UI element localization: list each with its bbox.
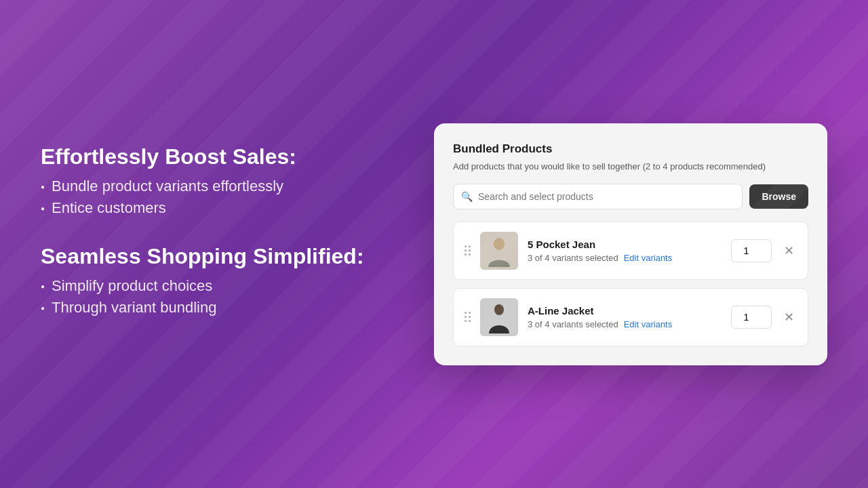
svg-point-1	[494, 238, 505, 250]
search-wrapper: 🔍	[453, 184, 743, 209]
bullet-4: Through variant bundling	[41, 299, 393, 317]
bullet-3: Simplify product choices	[41, 277, 393, 295]
drag-dot	[465, 253, 467, 256]
product-name-1: 5 Pocket Jean	[528, 239, 722, 250]
page-layout: Effortlessly Boost Sales: Bundle product…	[0, 0, 868, 488]
right-content: Bundled Products Add products that you w…	[434, 123, 827, 365]
drag-dot	[465, 245, 467, 247]
product-image-2	[480, 298, 518, 336]
edit-variants-link-1[interactable]: Edit variants	[624, 253, 673, 263]
drag-handle-1[interactable]	[465, 245, 471, 256]
card-description: Add products that you would like to sell…	[453, 161, 808, 171]
section1-heading: Effortlessly Boost Sales:	[41, 144, 393, 169]
drag-dot	[469, 253, 471, 256]
edit-variants-link-2[interactable]: Edit variants	[624, 319, 673, 329]
product-info-1: 5 Pocket Jean 3 of 4 variants selected E…	[528, 239, 722, 263]
drag-dot	[469, 312, 471, 314]
bullet-1: Bundle product variants effortlessly	[41, 178, 393, 195]
section1-bullets: Bundle product variants effortlessly Ent…	[41, 178, 393, 217]
drag-dot	[469, 316, 471, 318]
product-item-1: 5 Pocket Jean 3 of 4 variants selected E…	[453, 222, 808, 280]
remove-button-2[interactable]: ✕	[781, 308, 797, 326]
product-variants-2: 3 of 4 variants selected Edit variants	[528, 319, 722, 329]
bullet-2: Entice customers	[41, 199, 393, 217]
search-input[interactable]	[453, 184, 743, 209]
quantity-input-2[interactable]	[731, 306, 772, 329]
variants-text-1: 3 of 4 variants selected	[528, 253, 618, 263]
drag-dot	[465, 320, 467, 322]
svg-point-3	[494, 304, 504, 315]
product-name-2: A-Line Jacket	[528, 305, 722, 317]
section2-heading: Seamless Shopping Simplified:	[41, 244, 393, 269]
remove-button-1[interactable]: ✕	[781, 242, 797, 260]
product-info-2: A-Line Jacket 3 of 4 variants selected E…	[528, 305, 722, 329]
drag-dot	[469, 249, 471, 251]
quantity-input-1[interactable]	[731, 239, 772, 262]
product-variants-1: 3 of 4 variants selected Edit variants	[528, 253, 722, 263]
drag-dot	[465, 249, 467, 251]
browse-button[interactable]: Browse	[749, 184, 808, 209]
section2-bullets: Simplify product choices Through variant…	[41, 277, 393, 317]
product-image-1	[480, 232, 518, 270]
drag-dot	[465, 316, 467, 318]
card-title: Bundled Products	[453, 142, 808, 156]
left-content: Effortlessly Boost Sales: Bundle product…	[41, 144, 393, 344]
drag-dot	[465, 312, 467, 314]
drag-dot	[469, 245, 471, 247]
drag-dot	[469, 320, 471, 322]
search-row: 🔍 Browse	[453, 184, 808, 209]
product-item-2: A-Line Jacket 3 of 4 variants selected E…	[453, 288, 808, 346]
drag-handle-2[interactable]	[465, 312, 471, 322]
bundled-products-card: Bundled Products Add products that you w…	[434, 123, 827, 365]
variants-text-2: 3 of 4 variants selected	[528, 319, 618, 329]
